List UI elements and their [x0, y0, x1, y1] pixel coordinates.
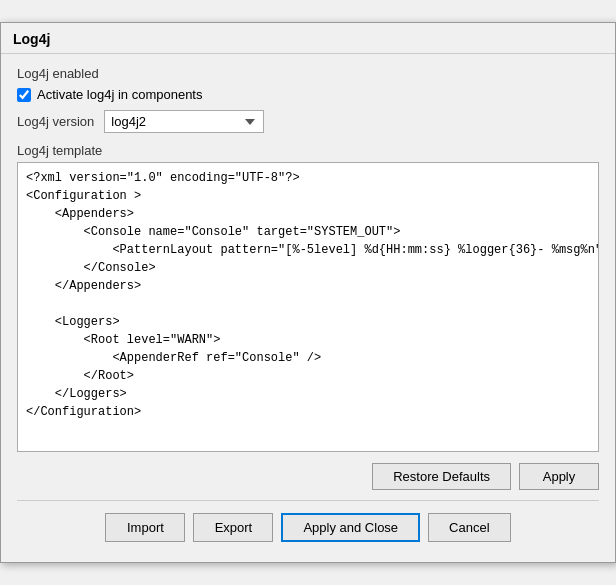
enabled-label: Log4j enabled [17, 66, 599, 81]
log4j-dialog: Log4j Log4j enabled Activate log4j in co… [0, 22, 616, 563]
divider [17, 500, 599, 501]
apply-and-close-button[interactable]: Apply and Close [281, 513, 420, 542]
dialog-body: Log4j enabled Activate log4j in componen… [1, 54, 615, 562]
template-textarea[interactable]: <?xml version="1.0" encoding="UTF-8"?> <… [17, 162, 599, 452]
dialog-title: Log4j [1, 23, 615, 54]
restore-defaults-button[interactable]: Restore Defaults [372, 463, 511, 490]
template-label: Log4j template [17, 143, 599, 158]
activate-checkbox[interactable] [17, 88, 31, 102]
version-row: Log4j version log4j2 log4j [17, 110, 599, 133]
top-action-row: Restore Defaults Apply [17, 455, 599, 496]
export-button[interactable]: Export [193, 513, 273, 542]
template-section: Log4j template <?xml version="1.0" encod… [17, 143, 599, 455]
import-button[interactable]: Import [105, 513, 185, 542]
activate-label: Activate log4j in components [37, 87, 202, 102]
version-label: Log4j version [17, 114, 94, 129]
version-select[interactable]: log4j2 log4j [104, 110, 264, 133]
bottom-action-row: Import Export Apply and Close Cancel [17, 505, 599, 552]
activate-row: Activate log4j in components [17, 87, 599, 102]
apply-button[interactable]: Apply [519, 463, 599, 490]
cancel-button[interactable]: Cancel [428, 513, 510, 542]
